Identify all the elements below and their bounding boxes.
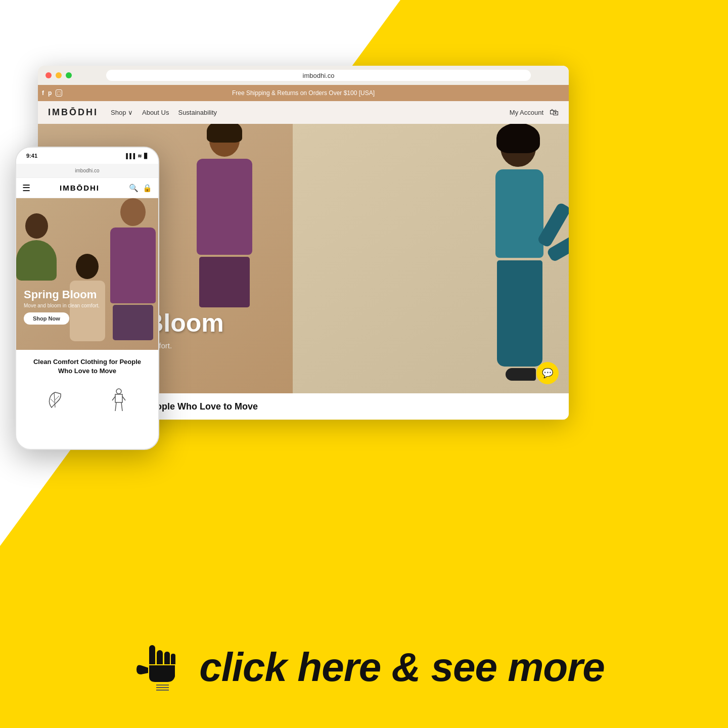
my-account-link[interactable]: My Account <box>510 109 543 116</box>
browser-toolbar: imbodhi.co <box>38 66 569 85</box>
teal-person-head-group <box>495 129 541 167</box>
person1-lower <box>199 257 250 307</box>
social-icons-container: f p □ <box>42 85 62 101</box>
teal-hair <box>496 124 540 153</box>
page-background: imbodhi.co Free Shipping & Returns on Or… <box>0 0 728 728</box>
main-content: imbodhi.co Free Shipping & Returns on Or… <box>0 0 728 728</box>
nav-right-group: My Account 🛍 <box>510 107 559 118</box>
cta-section: click here & see more <box>0 637 728 698</box>
facebook-icon[interactable]: f <box>42 89 44 97</box>
mobile-nav: ☰ IMBŌDHI 🔍 🔒 <box>16 178 158 198</box>
teal-pants <box>497 260 542 367</box>
mobile-cart-icon[interactable]: 🔒 <box>143 184 152 193</box>
teal-head <box>500 129 536 167</box>
browser-url-text: imbodhi.co <box>303 72 335 79</box>
person-purple-back <box>187 124 262 301</box>
mobile-fig3-head <box>76 254 99 279</box>
mobile-nav-right: 🔍 🔒 <box>129 184 152 193</box>
svg-rect-1 <box>149 645 156 667</box>
mobile-hero: Spring Bloom Move and bloom in clean com… <box>16 198 158 350</box>
hand-pointer-icon <box>123 637 184 698</box>
pinterest-icon[interactable]: p <box>48 89 52 97</box>
browser-url-bar: imbodhi.co <box>106 70 531 81</box>
mobile-fig1-head <box>120 198 146 226</box>
mobile-shop-now-button[interactable]: Shop Now <box>24 312 69 325</box>
mobile-tagline-line1: Clean Comfort Clothing for People <box>33 358 141 366</box>
teal-person <box>495 129 543 381</box>
person1-body <box>197 159 252 255</box>
nav-sustainability[interactable]: Sustainability <box>178 109 217 116</box>
teal-shoe <box>506 368 536 381</box>
mobile-fig2-body <box>16 240 57 281</box>
hamburger-icon[interactable]: ☰ <box>22 183 30 194</box>
person1-hair <box>207 124 242 143</box>
mobile-fig1-body <box>110 228 156 303</box>
person1-head <box>209 124 240 157</box>
browser-close-dot <box>46 72 52 78</box>
mobile-mockup: 9:41 ▐▐▐ ≋ ▊ imbodhi.co ☰ IMBŌDHI 🔍 🔒 <box>15 147 159 450</box>
instagram-icon[interactable]: □ <box>56 89 62 97</box>
mobile-status-icons: ▐▐▐ ≋ ▊ <box>124 153 148 159</box>
signal-icon: ▐▐▐ <box>124 153 135 159</box>
mobile-hero-text: Spring Bloom Move and bloom in clean com… <box>24 288 100 325</box>
chat-button[interactable]: 💬 <box>536 362 559 384</box>
hand-pointer-container <box>123 637 184 698</box>
mobile-search-icon[interactable]: 🔍 <box>129 184 139 193</box>
mobile-fig2-head <box>25 213 48 239</box>
hero-right: 💬 <box>293 124 569 420</box>
mobile-hero-title: Spring Bloom <box>24 288 100 301</box>
battery-icon: ▊ <box>144 153 148 159</box>
svg-point-0 <box>116 389 121 394</box>
announcement-text: Free Shipping & Returns on Orders Over $… <box>232 89 375 97</box>
mobile-url-bar: imbodhi.co <box>16 164 158 178</box>
leaf-icon <box>47 390 64 410</box>
cta-text[interactable]: click here & see more <box>199 647 605 688</box>
mobile-time: 9:41 <box>26 153 37 159</box>
nav-bar: IMBŌDHI Shop ∨ About Us Sustainability M… <box>38 101 569 124</box>
mobile-fig1-lower <box>113 305 153 340</box>
figure-icon <box>111 388 126 411</box>
mobile-logo: IMBŌDHI <box>60 184 100 192</box>
mobile-hero-subtitle: Move and bloom in clean comfort. <box>24 303 100 308</box>
figure-icon-container <box>108 388 130 411</box>
leaf-icon-container <box>44 388 67 411</box>
chat-icon: 💬 <box>542 368 553 379</box>
mobile-url-text: imbodhi.co <box>75 168 99 173</box>
browser-maximize-dot <box>66 72 72 78</box>
mobile-bottom-content: Clean Comfort Clothing for People Who Lo… <box>16 350 158 419</box>
nav-about[interactable]: About Us <box>142 109 169 116</box>
wifi-icon: ≋ <box>138 153 142 159</box>
mobile-tagline: Clean Comfort Clothing for People Who Lo… <box>24 357 151 376</box>
mobile-status-bar: 9:41 ▐▐▐ ≋ ▊ <box>16 148 158 164</box>
browser-minimize-dot <box>56 72 62 78</box>
mobile-figure-1 <box>103 198 158 309</box>
nav-logo: IMBŌDHI <box>48 107 98 118</box>
mobile-bottom-icons <box>24 383 151 411</box>
nav-shop[interactable]: Shop ∨ <box>111 109 133 116</box>
teal-torso <box>495 169 543 258</box>
cart-icon[interactable]: 🛍 <box>550 107 559 118</box>
mobile-tagline-line2: Who Love to Move <box>58 367 116 375</box>
announcement-bar: Free Shipping & Returns on Orders Over $… <box>38 85 569 101</box>
